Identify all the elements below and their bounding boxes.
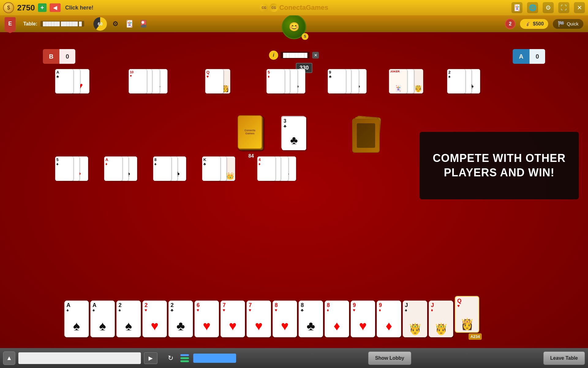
player-badge: E [5, 17, 16, 31]
hand-card-9-d[interactable]: 9 ♦ ♦ [377, 301, 401, 337]
card-group-jacks[interactable]: JOKER 🃏 J♥ J♠ 🤴 [389, 69, 432, 95]
card-group-555[interactable]: 5♠ 5♠ 5♦ ♦ [55, 156, 92, 182]
card-a-clubs[interactable]: A♣ [55, 69, 74, 94]
card-group-queens[interactable]: Q♥ Q♣ 👸 [205, 69, 242, 95]
card-9-c1[interactable]: 9♣ [328, 69, 346, 94]
timer-circle: 60 [93, 17, 107, 31]
gear-icon[interactable]: ⚙ [110, 18, 121, 29]
card-joker[interactable]: JOKER 🃏 [389, 69, 407, 94]
hand-card-7-h1[interactable]: 7 ♥ ♥ [221, 301, 245, 337]
refresh-icon[interactable]: ↻ [165, 353, 176, 364]
bottom-bar: ▲ ▶ ↻ Show Lobby Leave Table [0, 348, 588, 368]
cards-icon[interactable]: 🃏 [124, 18, 135, 29]
discard-rank: 3 [284, 118, 304, 124]
hand-card-j-s[interactable]: J ♠ 🤴 [403, 301, 427, 337]
discard-pile[interactable]: 3 ♣ ♣ [282, 117, 306, 150]
hand-card-a-s2[interactable]: A ♠ ♠ [90, 301, 115, 337]
combo-badge: A234 [469, 333, 482, 340]
players-count-badge: 2 [505, 19, 515, 29]
card-2-s2[interactable]: 2♠ [447, 69, 466, 94]
bottom-5-s1[interactable]: 5♠ [55, 156, 74, 181]
show-lobby-button[interactable]: Show Lobby [368, 351, 411, 365]
send-button[interactable]: ▶ [144, 352, 157, 364]
card-group-tens[interactable]: 10♥ 10♣ 10♣ 10♠ ♠ [129, 69, 175, 95]
player-bar: E Table: ██████ ██████ █ 60 ⚙ 🃏 🎴 😊 5 2 [0, 15, 588, 32]
info-area: i ████████ ✕ [269, 51, 319, 60]
cards-icon-button[interactable]: 🃏 [511, 2, 522, 13]
card-group-888[interactable]: 8♠ 8♠ 8♣ ♣ [153, 156, 190, 182]
coin-icon: $ [3, 2, 14, 13]
click-here-label: Click here! [65, 5, 93, 11]
info-close-button[interactable]: ✕ [312, 52, 319, 59]
bottom-a-d[interactable]: A♦ [104, 156, 123, 181]
top-bar: $ 2750 + ◀ Click here! CG CG ConectaGame… [0, 0, 588, 15]
card-q-h[interactable]: Q♥ [205, 69, 224, 94]
player-name: ██████ ██████ █ [40, 21, 84, 27]
money-value: $500 [533, 21, 544, 27]
bottom-4-d1[interactable]: 4♦ [257, 156, 276, 181]
bottom-k-c1[interactable]: K♣ [202, 156, 221, 181]
fullscreen-icon-button[interactable]: ⛶ [558, 2, 569, 13]
hand-card-2-c[interactable]: 2 ♣ ♣ [168, 301, 193, 337]
back-arrow-button[interactable]: ◀ [50, 3, 61, 12]
top-icons: 🃏 🌐 ⚙ ⛶ ✕ [511, 2, 585, 13]
bar2 [180, 357, 189, 359]
avatar: 😊 5 [282, 15, 306, 39]
hand-card-7-h2[interactable]: 7 ♥ ♥ [247, 301, 271, 337]
card-group-kkk[interactable]: K♣ K♣ K♠ 👑 [202, 156, 245, 182]
hand-card-6-h[interactable]: 6 ♥ ♥ [194, 301, 219, 337]
card-count-badge: 5 [302, 33, 308, 40]
card-group-aa2[interactable]: A♦ A♠ 2♠ ♠ [104, 156, 141, 182]
player-hand: A ♠ ♠ A ♠ ♠ 2 ♠ ♠ 2 ♥ ♥ 2 ♣ ♣ 6 [64, 301, 579, 337]
table-label: Table: [23, 21, 37, 27]
hand-card-a-s1[interactable]: A ♠ ♠ [64, 301, 89, 337]
progress-bars [179, 353, 190, 364]
card-group-266[interactable]: 2♠ 6♣ 6♣ ♣ [447, 69, 484, 95]
player-bar-right: 2 💰 $500 🏁 Quick [505, 19, 583, 29]
promo-text: COMPETE WITH OTHER PLAYERS AND WIN! [420, 151, 579, 180]
score-b-box: B 0 [43, 49, 75, 64]
hand-card-2-s[interactable]: 2 ♠ ♠ [116, 301, 141, 337]
hand-card-2-h[interactable]: 2 ♥ ♥ [142, 301, 167, 337]
money-display: 💰 $500 [520, 19, 548, 29]
hand-card-8-h[interactable]: 8 ♥ ♥ [273, 301, 297, 337]
card-group-nines[interactable]: 9♣ 9♣ 9♣ 9♣ ♣ [328, 69, 374, 95]
card-icon2[interactable]: 🎴 [138, 18, 149, 29]
hand-card-j-d[interactable]: J ♦ 🤴 [429, 301, 453, 337]
hand-card-8-d[interactable]: 8 ♦ ♦ [325, 301, 349, 337]
info-icon: i [269, 51, 278, 60]
promo-box: COMPETE WITH OTHER PLAYERS AND WIN! [420, 132, 579, 199]
game-area: E Table: ██████ ██████ █ 60 ⚙ 🃏 🎴 😊 5 2 [0, 15, 588, 368]
close-icon-button[interactable]: ✕ [574, 2, 585, 13]
quick-label: 🏁 Quick [553, 19, 583, 29]
card-5-d[interactable]: 5♦ [266, 69, 285, 94]
status-bar [193, 354, 236, 363]
bar1 [180, 354, 189, 356]
card-group-4444[interactable]: 4♦ 4♦ 4♦ 4♠ ♠ [257, 156, 303, 182]
settings-icon-button[interactable]: ⚙ [543, 2, 554, 13]
chat-input[interactable] [18, 352, 141, 364]
bottom-cards-area: 5♠ 5♠ 5♦ ♦ A♦ A♠ 2♠ ♠ [55, 156, 303, 182]
card-10-h[interactable]: 10♥ [129, 69, 147, 94]
logo-area: CG CG ConectaGames [260, 3, 328, 12]
scroll-up-button[interactable]: ▲ [3, 351, 15, 365]
card-group-aaa[interactable]: A♣ A♣ A♥ ♥ [55, 69, 95, 95]
hand-card-9-h[interactable]: 9 ♥ ♥ [351, 301, 375, 337]
bar3 [180, 360, 189, 362]
right-deck[interactable] [352, 117, 380, 150]
hand-card-q-h[interactable]: Q ♥ 👸 A234 [455, 296, 479, 333]
score-b-value: 0 [59, 49, 75, 64]
opponent-name: ████████ [281, 52, 310, 59]
add-coins-button[interactable]: + [38, 3, 47, 12]
logo-text: ConectaGames [279, 4, 328, 12]
language-icon-button[interactable]: 🌐 [527, 2, 538, 13]
leave-table-button[interactable]: Leave Table [543, 351, 585, 365]
score-a-box: A 0 [513, 49, 545, 64]
card-group-fives[interactable]: 5♦ 5♦ 2♠ 5♣ ♣ [266, 69, 312, 95]
bottom-8-s1[interactable]: 8♠ [153, 156, 172, 181]
timer-value: 60 [98, 21, 103, 26]
hand-card-8-c[interactable]: 8 ♣ ♣ [299, 301, 323, 337]
score-a-label: A [513, 49, 529, 64]
score-b-label: B [43, 49, 59, 64]
draw-pile[interactable]: ConectaGames ⊞ ConectaGames 84 [239, 117, 263, 150]
